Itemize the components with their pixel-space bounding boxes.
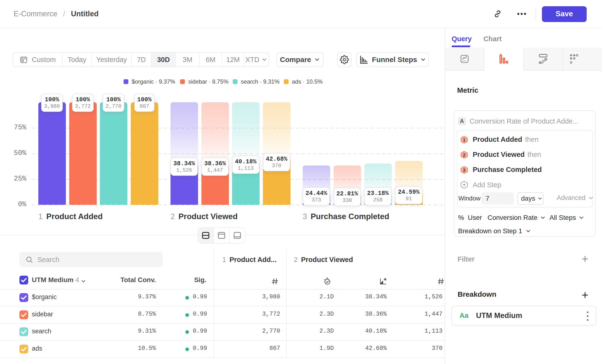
svg-text:2: 2 — [463, 152, 465, 158]
svg-text:1: 1 — [463, 138, 465, 142]
svg-text:3: 3 — [463, 168, 465, 173]
